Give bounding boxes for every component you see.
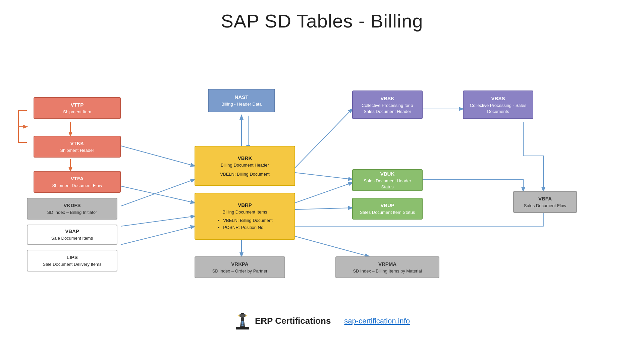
vbuk-box: VBUK Sales Document Header Status: [352, 169, 423, 191]
svg-rect-22: [241, 313, 244, 314]
vttp-box: VTTP Shipment Item: [34, 97, 121, 119]
svg-rect-24: [241, 324, 244, 326]
svg-line-10: [295, 109, 352, 168]
nast-box: NAST Billing - Header Data: [208, 89, 275, 112]
vbup-box: VBUP Sales Document Item Status: [352, 198, 423, 220]
vtkk-box: VTKK Shipment Header: [34, 136, 121, 158]
footer-logo: ERP Certifications: [234, 312, 331, 330]
vtfa-box: VTFA Shipment Document Flow: [34, 171, 121, 193]
svg-line-16: [295, 236, 369, 256]
lips-box: LIPS Sale Document Delivery Items: [27, 250, 117, 272]
footer-logo-text: ERP Certifications: [255, 316, 331, 326]
svg-line-7: [121, 226, 195, 245]
svg-line-13: [295, 183, 352, 203]
vbap-box: VBAP Sale Document Items: [27, 225, 117, 245]
vbrp-box: VBRP Billing Document Items VBELN: Billi…: [195, 193, 295, 240]
svg-line-3: [121, 146, 195, 166]
vrpma-box: VRPMA SD Index – Billing Items by Materi…: [335, 256, 439, 278]
svg-rect-19: [239, 314, 246, 317]
footer: ERP Certifications sap-certification.inf…: [0, 312, 644, 330]
lighthouse-icon: [234, 312, 251, 330]
svg-line-14: [295, 208, 352, 209]
svg-line-4: [121, 186, 195, 203]
vbrp-bullets: VBELN: Billing Document POSNR: Position …: [217, 217, 272, 231]
diagram-area: NAST Billing - Header Data VBRK Billing …: [0, 39, 644, 340]
svg-rect-17: [236, 327, 249, 329]
vbss-box: VBSS Collective Processing - Sales Docum…: [463, 90, 533, 119]
svg-rect-23: [241, 321, 244, 324]
svg-marker-20: [237, 315, 239, 317]
page-title: SAP SD Tables - Billing: [0, 0, 644, 39]
footer-link[interactable]: sap-certification.info: [344, 317, 410, 325]
svg-line-12: [295, 173, 352, 179]
vbfa-box: VBFA Sales Document Flow: [513, 191, 577, 213]
vrkpa-box: VRKPA SD Index – Order by Partner: [195, 256, 285, 278]
svg-marker-21: [246, 315, 248, 317]
vkdfs-box: VKDFS SD Index – Billing Initiator: [27, 198, 117, 220]
svg-line-6: [121, 216, 195, 226]
vbsk-box: VBSK Collective Processing for a Sales D…: [352, 90, 423, 119]
svg-line-5: [121, 179, 195, 206]
vbrk-box: VBRK Billing Document Header VBELN: Bill…: [195, 146, 295, 186]
